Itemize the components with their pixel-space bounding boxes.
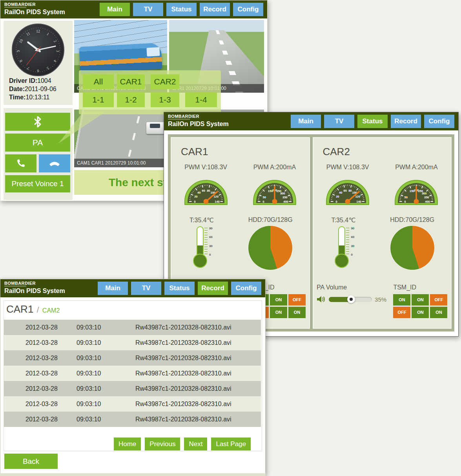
tab-config[interactable]: Config [233,3,263,16]
pwm-v-label: PWM V:108.3V [324,164,371,171]
tsm-toggle-button[interactable]: OFF [288,294,306,306]
hangup-button[interactable] [39,154,70,172]
home-button[interactable]: Home [114,438,141,450]
tsm-toggle-button[interactable]: ON [270,307,287,318]
nav-tabs: Main TV Status Record Config [291,115,454,128]
brand-tagline-rule [168,119,190,120]
pa-volume-block: PA Volume 35% [317,284,386,318]
next-button[interactable]: Next [184,438,207,450]
pa-button[interactable]: PA [5,134,70,152]
table-row[interactable]: 2012-03-2809:03:10Rw43987c1-20120328-082… [4,350,261,366]
brand-logo-text: BOMBARDIER [4,281,65,286]
tsm-toggle-button[interactable]: ON [393,294,410,306]
table-row[interactable]: 2012-03-2809:03:10Rw43987c1-20120328-082… [4,320,261,335]
select-cam-1-2-button[interactable]: 1-2 [117,92,145,107]
tab-record[interactable]: Record [198,282,228,295]
svg-text:350: 350 [424,196,429,199]
tsm-toggle-button[interactable]: ON [430,307,447,318]
tab-tv[interactable]: TV [324,115,354,128]
pwm-v-block: PWM V:108.3V 020406080100120140 [182,164,230,206]
tab-status[interactable]: Status [357,115,388,128]
table-row[interactable]: 2012-03-2809:03:10Rw43987c1-20120328-082… [4,396,261,412]
tab-config[interactable]: Config [231,282,261,295]
car2-panel: CAR2 PWM V:108.3V 020406080100120140 PWM… [313,137,452,329]
svg-text:50: 50 [262,196,266,199]
tab-status[interactable]: Status [164,282,195,295]
tab-main[interactable]: Main [291,115,321,128]
preset-voice-button[interactable]: Preset Voince 1 [5,175,70,192]
table-row[interactable]: 2012-03-2809:03:10Rw43987c1-20120328-082… [4,335,261,350]
status-window-header: BOMBARDIER RailOn PIDS System Main TV St… [164,112,458,130]
speaker-icon [317,295,326,304]
select-car1-button[interactable]: CAR1 [117,74,145,89]
tab-record[interactable]: Record [391,115,421,128]
pwm-v-block: PWM V:108.3V 020406080100120140 [324,164,371,206]
hdd-label: HDD:70G/128G [390,216,434,223]
select-all-button[interactable]: All [83,74,114,89]
table-row[interactable]: 2012-03-2809:03:10Rw43987c1-20120328-082… [4,381,261,396]
tab-main[interactable]: Main [100,3,130,16]
tsm-toggle-button[interactable]: OFF [393,307,410,318]
back-button[interactable]: Back [4,454,58,469]
temperature-label: T:35.4℃ [188,216,215,224]
table-row[interactable]: 2012-03-2809:03:10Rw43987c1-20120328-082… [4,366,261,381]
tsm-toggle-button[interactable]: ON [412,294,429,306]
tsm-toggle-button[interactable]: ON [270,294,287,306]
brand-logo-text: BOMBARDIER [4,2,65,7]
breadcrumb-car[interactable]: CAR1 [6,303,33,315]
last-page-button[interactable]: Last Page [211,438,251,450]
nav-tabs: Main TV Status Record Config [100,3,263,16]
tab-status[interactable]: Status [166,3,197,16]
thermometer: 90 60 30 0 [330,226,357,270]
svg-text:6: 6 [37,69,39,73]
tab-record[interactable]: Record [200,3,230,16]
pwm-a-gauge: 050150200250300350400 [251,173,298,206]
app-title: RailOn PIDS System [168,121,229,127]
tab-tv[interactable]: TV [133,3,163,16]
pwm-v-label: PWM V:108.3V [182,164,230,171]
clock-panel: 121234567891011 Driver ID:1004 Date:2011… [4,21,73,105]
volume-slider-knob[interactable] [347,295,355,303]
thermometer-scale: 90 60 30 0 [209,227,213,256]
nav-tabs: Main TV Status Record Config [98,282,261,295]
tab-main[interactable]: Main [98,282,128,295]
tsm-toggle-button[interactable]: OFF [430,294,447,306]
phone-hangup-icon [48,159,61,168]
tab-tv[interactable]: TV [131,282,161,295]
app-title: RailOn PIDS System [4,287,65,294]
tsm-toggle-button[interactable]: ON [412,307,429,318]
breadcrumb-separator: / [37,306,39,314]
pagination: Home Previous Next Last Page [114,438,251,450]
select-cam-1-1-button[interactable]: 1-1 [83,92,114,107]
camera-select-popup: All CAR1 CAR2 1-1 1-2 1-3 1-4 [79,70,221,114]
bluetooth-button[interactable] [5,113,70,131]
svg-text:300: 300 [280,192,285,195]
temperature-block: T:35.4℃ 90 60 30 0 [188,216,215,270]
previous-button[interactable]: Previous [145,438,180,450]
select-cam-1-3-button[interactable]: 1-3 [151,92,179,107]
brand-tagline-rule [4,286,26,287]
pwm-v-gauge: 020406080100120140 [182,173,230,206]
tsm-toggle-button[interactable]: ON [288,307,306,318]
tab-config[interactable]: Config [424,115,454,128]
svg-text:9: 9 [16,50,20,52]
car1-title: CAR1 [181,146,208,158]
tsm-toggle-grid: ONONOFFOFFONON [393,294,447,318]
select-cam-1-4-button[interactable]: 1-4 [185,92,217,107]
select-car2-button[interactable]: CAR2 [151,74,179,89]
hdd-label: HDD:70G/128G [248,216,293,223]
bluetooth-icon [32,115,43,128]
call-button[interactable] [5,154,36,172]
date-line: Date:2011-09-06 [9,85,56,93]
volume-slider-track[interactable] [329,297,372,302]
table-row[interactable]: 2012-03-2809:03:10Rw43987c1-20120328-082… [4,412,261,427]
brand-tagline-rule [4,7,26,8]
svg-text:140: 140 [215,200,220,203]
svg-text:12: 12 [36,29,40,33]
analog-clock: 121234567891011 [11,22,66,79]
recordings-table: 2012-03-2809:03:10Rw43987c1-20120328-082… [4,320,261,427]
breadcrumb-cam[interactable]: CAM2 [42,307,60,314]
svg-text:0: 0 [262,200,264,203]
volume-value: 35% [375,296,386,303]
svg-text:0: 0 [194,200,195,203]
